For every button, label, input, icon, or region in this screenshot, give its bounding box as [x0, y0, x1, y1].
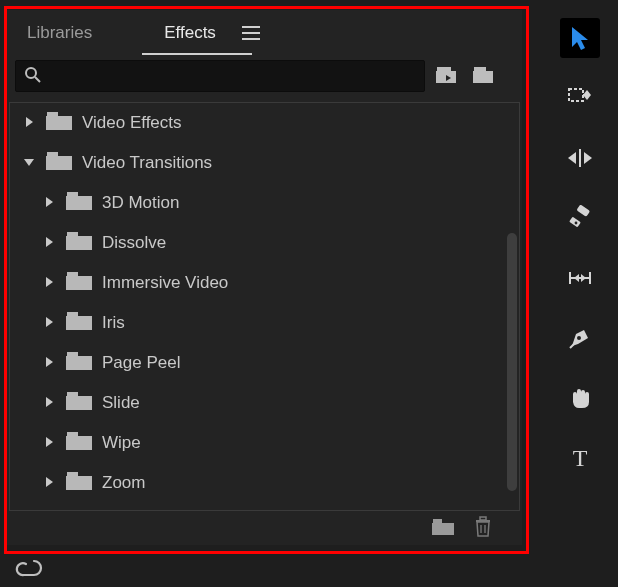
- folder-icon: [66, 351, 92, 376]
- tree-item-label: Video Effects: [82, 113, 182, 133]
- svg-rect-21: [66, 276, 92, 290]
- tree-item-label: Video Transitions: [82, 153, 212, 173]
- folder-icon: [46, 111, 72, 136]
- hand-tool[interactable]: [560, 378, 600, 418]
- panel-menu-icon[interactable]: [242, 24, 260, 43]
- chevron-right-icon[interactable]: [20, 116, 38, 131]
- svg-marker-19: [46, 277, 53, 287]
- svg-rect-33: [66, 436, 92, 450]
- svg-point-59: [577, 336, 581, 340]
- svg-rect-6: [473, 71, 493, 83]
- new-bin-icon[interactable]: [432, 518, 454, 539]
- filter-icon-2[interactable]: [473, 65, 495, 88]
- folder-icon: [66, 311, 92, 336]
- tree-item-label: Immersive Video: [102, 273, 228, 293]
- chevron-right-icon[interactable]: [40, 476, 58, 491]
- tree-item[interactable]: 3D Motion: [10, 183, 519, 223]
- filter-icons: [435, 65, 495, 88]
- creative-cloud-icon: [14, 558, 44, 581]
- tree-item-label: 3D Motion: [102, 193, 179, 213]
- svg-rect-9: [46, 116, 72, 130]
- svg-rect-30: [66, 396, 92, 410]
- svg-rect-44: [569, 89, 583, 101]
- panel-bottom-bar: [7, 511, 522, 545]
- svg-line-60: [570, 344, 574, 348]
- tree-item[interactable]: Slide: [10, 383, 519, 423]
- chevron-right-icon[interactable]: [40, 276, 58, 291]
- svg-point-0: [26, 68, 36, 78]
- tree-item[interactable]: Page Peel: [10, 343, 519, 383]
- folder-icon: [66, 471, 92, 496]
- tree-item[interactable]: Video Effects: [10, 103, 519, 143]
- ripple-edit-tool[interactable]: [560, 138, 600, 178]
- svg-rect-12: [46, 156, 72, 170]
- svg-marker-31: [46, 437, 53, 447]
- tree-item[interactable]: Wipe: [10, 423, 519, 463]
- preset-bin-icon[interactable]: [435, 65, 459, 88]
- tab-libraries[interactable]: Libraries: [21, 23, 98, 43]
- svg-rect-5: [474, 67, 486, 71]
- pen-tool[interactable]: [560, 318, 600, 358]
- slip-tool[interactable]: [560, 258, 600, 298]
- razor-tool[interactable]: [560, 198, 600, 238]
- tree-item-label: Wipe: [102, 433, 141, 453]
- selection-tool[interactable]: [560, 18, 600, 58]
- svg-text:T: T: [573, 446, 588, 470]
- chevron-down-icon[interactable]: [20, 156, 38, 171]
- search-input[interactable]: [15, 60, 425, 92]
- tree-item[interactable]: Immersive Video: [10, 263, 519, 303]
- svg-rect-2: [437, 67, 451, 71]
- svg-rect-36: [66, 476, 92, 490]
- svg-marker-58: [581, 274, 586, 282]
- search-field[interactable]: [48, 67, 416, 85]
- tools-toolbar: T: [556, 18, 604, 478]
- trash-icon[interactable]: [474, 516, 492, 541]
- svg-marker-16: [46, 237, 53, 247]
- effects-panel: Libraries Effects V: [7, 10, 522, 545]
- tree-item-label: Dissolve: [102, 233, 166, 253]
- svg-marker-50: [584, 152, 592, 164]
- svg-rect-37: [433, 519, 442, 523]
- tree-item[interactable]: Video Transitions: [10, 143, 519, 183]
- search-row: [7, 56, 522, 102]
- chevron-right-icon[interactable]: [40, 196, 58, 211]
- tree-item[interactable]: Dissolve: [10, 223, 519, 263]
- tree-item-label: Zoom: [102, 473, 145, 493]
- type-tool[interactable]: T: [560, 438, 600, 478]
- svg-rect-18: [66, 236, 92, 250]
- tree-item-label: Page Peel: [102, 353, 180, 373]
- svg-marker-25: [46, 357, 53, 367]
- svg-rect-51: [576, 205, 590, 217]
- chevron-right-icon[interactable]: [40, 396, 58, 411]
- chevron-right-icon[interactable]: [40, 356, 58, 371]
- svg-marker-49: [568, 152, 576, 164]
- panel-tab-bar: Libraries Effects: [7, 10, 522, 56]
- tree-item-label: Iris: [102, 313, 125, 333]
- track-select-tool[interactable]: [560, 78, 600, 118]
- svg-rect-52: [569, 217, 581, 228]
- folder-icon: [66, 431, 92, 456]
- chevron-right-icon[interactable]: [40, 236, 58, 251]
- chevron-right-icon[interactable]: [40, 316, 58, 331]
- effects-tree: Video EffectsVideo Transitions3D MotionD…: [9, 102, 520, 511]
- svg-rect-24: [66, 316, 92, 330]
- svg-point-53: [575, 222, 578, 225]
- svg-rect-40: [480, 517, 486, 520]
- tree-item-label: Slide: [102, 393, 140, 413]
- svg-marker-43: [572, 27, 588, 50]
- tree-item[interactable]: Zoom: [10, 463, 519, 503]
- svg-marker-10: [24, 159, 34, 166]
- chevron-right-icon[interactable]: [40, 436, 58, 451]
- tree-item[interactable]: Iris: [10, 303, 519, 343]
- scrollbar-thumb[interactable]: [507, 233, 517, 491]
- folder-icon: [66, 271, 92, 296]
- svg-marker-7: [26, 117, 33, 127]
- folder-icon: [46, 151, 72, 176]
- folder-icon: [66, 231, 92, 256]
- search-icon: [24, 66, 42, 87]
- folder-icon: [66, 391, 92, 416]
- svg-line-1: [35, 77, 40, 82]
- svg-marker-34: [46, 477, 53, 487]
- svg-marker-57: [574, 274, 579, 282]
- tab-effects[interactable]: Effects: [158, 23, 222, 43]
